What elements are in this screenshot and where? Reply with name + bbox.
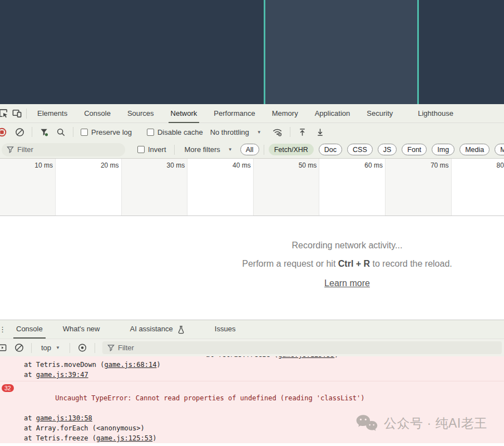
chip-all[interactable]: All bbox=[240, 144, 259, 155]
divider bbox=[31, 343, 32, 353]
checkbox[interactable] bbox=[147, 129, 154, 136]
preserve-log-checkbox[interactable]: Preserve log bbox=[81, 128, 132, 136]
clear-console-icon[interactable] bbox=[14, 343, 24, 352]
console-sidebar-toggle-icon[interactable] bbox=[0, 343, 7, 352]
hint-shortcut: Ctrl + R bbox=[338, 259, 370, 268]
tetris-board bbox=[264, 0, 419, 104]
checkbox[interactable] bbox=[81, 129, 88, 136]
ruler-tick: 60 ms bbox=[319, 159, 386, 215]
console-toolbar: top ▼ bbox=[0, 339, 504, 356]
stack-text: at bbox=[24, 414, 36, 422]
hint-suffix: to record the reload. bbox=[370, 259, 452, 268]
tab-elements[interactable]: Elements bbox=[36, 104, 68, 123]
watermark: 公众号 · 纯AI老王 bbox=[355, 413, 487, 433]
console-stack-line: at Tetris.moveDown (game.js:68:14) bbox=[0, 360, 504, 370]
hint-prefix: Perform a request or hit bbox=[242, 259, 338, 268]
throttling-dropdown[interactable]: No throttling ▼ bbox=[208, 128, 264, 136]
checkbox[interactable] bbox=[137, 146, 145, 153]
console-error-message: 32Uncaught TypeError: Cannot read proper… bbox=[0, 383, 504, 413]
ruler-tick: 40 ms bbox=[187, 159, 254, 215]
execution-context-dropdown[interactable]: top ▼ bbox=[39, 344, 62, 352]
console-stack-line: at Tetris.freeze (game.js:125:53) bbox=[0, 433, 504, 443]
import-har-icon[interactable] bbox=[298, 128, 307, 137]
devtools-tabbar: Elements Console Sources Network Perform… bbox=[0, 104, 504, 123]
ruler-tick: 70 ms bbox=[386, 159, 452, 215]
stack-text: at Tetris.freeze ( bbox=[206, 356, 278, 359]
divider bbox=[32, 127, 32, 137]
chip-fetch-xhr[interactable]: Fetch/XHR bbox=[269, 144, 314, 155]
more-filters-dropdown[interactable]: More filters ▼ bbox=[182, 145, 235, 154]
network-waterfall-ruler: 10 ms 20 ms 30 ms 40 ms 50 ms 60 ms 70 m… bbox=[0, 159, 504, 216]
chip-manifest[interactable]: Manifest bbox=[495, 144, 504, 155]
tab-network[interactable]: Network bbox=[170, 104, 199, 123]
error-count-badge: 32 bbox=[2, 384, 14, 392]
inspect-element-icon[interactable] bbox=[0, 108, 9, 119]
tab-application[interactable]: Application bbox=[314, 104, 352, 123]
chevron-down-icon: ▼ bbox=[56, 345, 60, 350]
chevron-down-icon: ▼ bbox=[257, 130, 261, 135]
source-link[interactable]: game.js:130:58 bbox=[36, 414, 92, 422]
drawer-tab-issues[interactable]: Issues bbox=[212, 320, 239, 339]
chip-js[interactable]: JS bbox=[378, 144, 397, 155]
network-conditions-icon[interactable] bbox=[272, 127, 283, 137]
chip-css[interactable]: CSS bbox=[347, 144, 373, 155]
throttling-value: No throttling bbox=[210, 128, 249, 136]
search-icon[interactable] bbox=[56, 128, 66, 137]
tab-security[interactable]: Security bbox=[365, 104, 394, 123]
preserve-log-label: Preserve log bbox=[91, 128, 132, 136]
network-filter-field[interactable] bbox=[2, 143, 125, 156]
device-toolbar-icon[interactable] bbox=[9, 108, 24, 119]
divider bbox=[73, 127, 73, 137]
drawer-tab-console[interactable]: Console bbox=[13, 320, 46, 339]
overflow-menu-icon[interactable]: ⋮ bbox=[0, 325, 3, 334]
invert-label: Invert bbox=[148, 145, 166, 154]
divider bbox=[264, 145, 264, 155]
tab-lighthouse[interactable]: Lighthouse bbox=[417, 104, 454, 123]
ruler-tick: 20 ms bbox=[56, 159, 122, 215]
tab-performance[interactable]: Performance bbox=[213, 104, 256, 123]
ruler-tick: 30 ms bbox=[122, 159, 188, 215]
tetris-page-background bbox=[0, 0, 504, 104]
context-value: top bbox=[41, 344, 51, 352]
request-type-chips: All Fetch/XHR Doc CSS JS Font Img Media … bbox=[240, 144, 504, 155]
ruler-tick: 10 ms bbox=[0, 159, 56, 215]
stack-text: at Tetris.moveDown ( bbox=[24, 361, 105, 369]
console-filter-field[interactable] bbox=[102, 341, 502, 354]
chip-font[interactable]: Font bbox=[402, 144, 427, 155]
drawer-tab-whats-new[interactable]: What's new bbox=[60, 320, 103, 339]
ruler-tick: 50 ms bbox=[254, 159, 320, 215]
filter-icon[interactable] bbox=[39, 128, 49, 137]
stack-text: ) bbox=[152, 434, 156, 442]
chip-img[interactable]: Img bbox=[432, 144, 454, 155]
flask-icon bbox=[177, 325, 185, 334]
invert-checkbox[interactable]: Invert bbox=[137, 145, 166, 154]
source-link[interactable]: game.js:39:47 bbox=[36, 371, 88, 379]
error-text: Uncaught TypeError: Cannot read properti… bbox=[55, 394, 364, 402]
source-link[interactable]: game.js:125:53 bbox=[278, 356, 334, 359]
live-expression-eye-icon[interactable] bbox=[77, 343, 87, 352]
filter-funnel-icon bbox=[7, 146, 14, 153]
drawer-tab-ai-assistance[interactable]: AI assistance bbox=[127, 320, 176, 339]
chip-doc[interactable]: Doc bbox=[319, 144, 342, 155]
stack-text: at Tetris.freeze ( bbox=[24, 434, 96, 442]
divider bbox=[174, 145, 175, 155]
source-link[interactable]: game.js:125:53 bbox=[96, 434, 152, 442]
export-har-icon[interactable] bbox=[315, 128, 325, 137]
chip-media[interactable]: Media bbox=[459, 144, 490, 155]
empty-state-hint: Perform a request or hit Ctrl + R to rec… bbox=[190, 259, 504, 269]
tab-memory[interactable]: Memory bbox=[271, 104, 299, 123]
learn-more-link[interactable]: Learn more bbox=[324, 278, 370, 288]
disable-cache-checkbox[interactable]: Disable cache bbox=[147, 128, 203, 136]
ruler-tick: 80 ms bbox=[452, 159, 504, 215]
stack-text: ) bbox=[156, 361, 160, 369]
network-filter-input[interactable] bbox=[17, 145, 120, 154]
console-filter-input[interactable] bbox=[118, 344, 497, 352]
tab-sources[interactable]: Sources bbox=[126, 104, 155, 123]
stack-text: at Array.forEach (<anonymous>) bbox=[24, 424, 145, 432]
clear-network-log-icon[interactable] bbox=[15, 128, 24, 137]
tab-console[interactable]: Console bbox=[83, 104, 112, 123]
wechat-icon bbox=[355, 413, 378, 433]
console-error-group: 32Uncaught TypeError: Cannot read proper… bbox=[0, 381, 504, 443]
source-link[interactable]: game.js:68:14 bbox=[105, 361, 157, 369]
record-network-log-icon[interactable] bbox=[0, 128, 7, 137]
